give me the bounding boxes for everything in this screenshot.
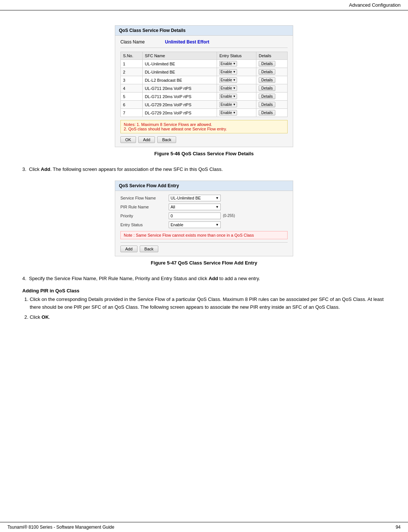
back-button-46[interactable]: Back: [157, 136, 176, 143]
step4-text: 4. Specify the Service Flow Name, PIR Ru…: [22, 275, 386, 282]
cell-details[interactable]: Details: [256, 68, 288, 76]
figure-46-caption: Figure 5-46 QoS Class Service Flow Detai…: [154, 151, 253, 156]
step4-bold: Add: [208, 276, 218, 281]
form-select[interactable]: Enable▼: [169, 221, 221, 228]
cell-sno: 4: [121, 84, 143, 93]
ok-button-46[interactable]: OK: [120, 136, 136, 143]
cell-details[interactable]: Details: [256, 60, 288, 68]
footer-left: Tsunami® 8100 Series - Software Manageme…: [7, 525, 114, 530]
cell-details[interactable]: Details: [256, 84, 288, 93]
cell-sfc-name: DL-L2 Broadcast BE: [142, 76, 217, 84]
cell-details[interactable]: Details: [256, 109, 288, 117]
form-select[interactable]: UL-Unlimited BE▼: [169, 195, 221, 201]
table-row: 3DL-L2 Broadcast BEEnable▼Details: [121, 76, 288, 84]
add-entry-note: Note : Same Service Flow cannot exists m…: [120, 231, 288, 239]
figure-46-container: QoS Class Service Flow Details Class Nam…: [22, 25, 386, 156]
header-title: Advanced Configuration: [349, 2, 401, 8]
step4-prefix: Specify the Service Flow Name, PIR Rule …: [29, 276, 208, 281]
form-select[interactable]: All▼: [169, 204, 221, 210]
table-row: 2DL-Unlimited BEEnable▼Details: [121, 68, 288, 76]
figure-47-caption: Figure 5-47 QoS Class Service Flow Add E…: [151, 260, 257, 266]
section-list: Click on the corresponding Details provi…: [30, 296, 386, 321]
form-row: Entry StatusEnable▼: [120, 221, 288, 228]
section-item-1-text: Click on the corresponding Details provi…: [30, 296, 383, 310]
cell-status[interactable]: Enable▼: [217, 109, 256, 117]
cell-status[interactable]: Enable▼: [217, 76, 256, 84]
qos-add-entry-panel: QoS Service Flow Add Entry Service Flow …: [115, 181, 293, 256]
cell-sfc-name: UL-Unlimited BE: [142, 60, 217, 68]
notes-area: Notes: 1. Maximum 8 Service Flows are al…: [120, 120, 288, 133]
table-row: 5DL-G711 20ms VoIP rtPSEnable▼Details: [121, 93, 288, 101]
panel-buttons-47: Add Back: [120, 246, 288, 252]
table-row: 6UL-G729 20ms VoIP rtPSEnable▼Details: [121, 101, 288, 109]
class-name-label: Class Name: [120, 39, 165, 45]
form-row: PIR Rule NameAll▼: [120, 204, 288, 210]
cell-status[interactable]: Enable▼: [217, 101, 256, 109]
cell-details[interactable]: Details: [256, 76, 288, 84]
section-item-2: Click OK.: [30, 314, 386, 321]
table-row: 4UL-G711 20ms VoIP rtPSEnable▼Details: [121, 84, 288, 93]
flow-table: S.No. SFC Name Entry Status Details 1UL-…: [120, 52, 288, 117]
back-button-47[interactable]: Back: [140, 246, 158, 252]
cell-details[interactable]: Details: [256, 93, 288, 101]
section-heading: Adding PIR in QoS Class: [22, 288, 386, 293]
form-label: PIR Rule Name: [120, 205, 169, 209]
add-button-47[interactable]: Add: [120, 246, 137, 252]
cell-sfc-name: DL-Unlimited BE: [142, 68, 217, 76]
form-divider: [120, 242, 288, 243]
note-line2: 2. QoS class should have atleast one Ser…: [124, 127, 284, 131]
col-status: Entry Status: [217, 52, 256, 60]
table-row: 7DL-G729 20ms VoIP rtPSEnable▼Details: [121, 109, 288, 117]
add-button-46[interactable]: Add: [138, 136, 155, 143]
col-sfc: SFC Name: [142, 52, 217, 60]
form-row: Service Flow NameUL-Unlimited BE▼: [120, 195, 288, 201]
qos-flow-details-panel: QoS Class Service Flow Details Class Nam…: [115, 25, 293, 147]
cell-sfc-name: UL-G711 20ms VoIP rtPS: [142, 84, 217, 93]
footer-right: 94: [396, 525, 401, 530]
step3-bold: Add: [41, 166, 50, 172]
cell-status[interactable]: Enable▼: [217, 84, 256, 93]
cell-sno: 3: [121, 76, 143, 84]
form-row: Priority(0-255): [120, 213, 288, 219]
panel-title-47: QoS Service Flow Add Entry: [115, 181, 293, 191]
page-header: Advanced Configuration: [0, 0, 408, 10]
cell-status[interactable]: Enable▼: [217, 60, 256, 68]
panel-title-46: QoS Class Service Flow Details: [115, 26, 293, 36]
cell-sno: 5: [121, 93, 143, 101]
cell-sno: 1: [121, 60, 143, 68]
cell-sno: 2: [121, 68, 143, 76]
note-line1: Notes: 1. Maximum 8 Service Flows are al…: [124, 122, 284, 127]
cell-details[interactable]: Details: [256, 101, 288, 109]
form-hint: (0-255): [223, 214, 235, 218]
cell-sno: 7: [121, 109, 143, 117]
section-item-1: Click on the corresponding Details provi…: [30, 296, 386, 311]
cell-sfc-name: DL-G711 20ms VoIP rtPS: [142, 93, 217, 101]
panel-body-47: Service Flow NameUL-Unlimited BE▼PIR Rul…: [115, 191, 293, 256]
form-label: Priority: [120, 214, 169, 218]
panel-buttons-46: OK Add Back: [120, 136, 288, 143]
figure-47-container: QoS Service Flow Add Entry Service Flow …: [22, 181, 386, 266]
panel-body-46: Class Name Unlimited Best Effort S.No. S…: [115, 36, 293, 147]
step3-text: 3. Click Add. The following screen appea…: [22, 166, 386, 173]
cell-status[interactable]: Enable▼: [217, 68, 256, 76]
form-input[interactable]: [169, 213, 221, 219]
cell-sno: 6: [121, 101, 143, 109]
page-footer: Tsunami® 8100 Series - Software Manageme…: [0, 522, 408, 532]
col-sno: S.No.: [121, 52, 143, 60]
class-name-row: Class Name Unlimited Best Effort: [120, 39, 288, 48]
form-label: Entry Status: [120, 223, 169, 227]
col-details: Details: [256, 52, 288, 60]
main-content: QoS Class Service Flow Details Class Nam…: [0, 10, 408, 346]
form-label: Service Flow Name: [120, 196, 169, 200]
cell-sfc-name: UL-G729 20ms VoIP rtPS: [142, 101, 217, 109]
cell-status[interactable]: Enable▼: [217, 93, 256, 101]
section-item-2-bold: OK: [42, 314, 49, 320]
cell-sfc-name: DL-G729 20ms VoIP rtPS: [142, 109, 217, 117]
step4-rest: to add a new entry.: [218, 276, 260, 281]
step3-rest: . The following screen appears for assoc…: [50, 166, 223, 172]
table-row: 1UL-Unlimited BEEnable▼Details: [121, 60, 288, 68]
class-name-value: Unlimited Best Effort: [165, 39, 209, 45]
